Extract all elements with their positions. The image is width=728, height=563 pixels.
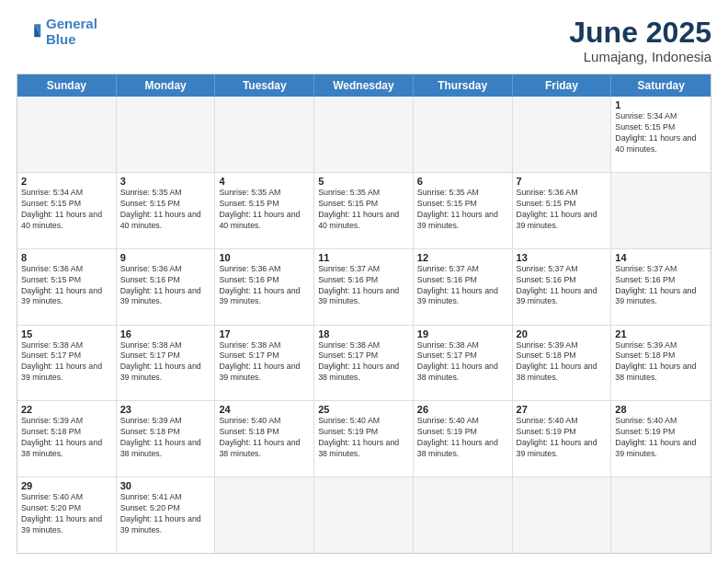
cal-cell-1-7: 1Sunrise: 5:34 AM Sunset: 5:15 PM Daylig… — [611, 97, 711, 172]
cal-cell-5-4: 25Sunrise: 5:40 AM Sunset: 5:19 PM Dayli… — [314, 401, 414, 477]
day-info: Sunrise: 5:40 AM Sunset: 5:18 PM Dayligh… — [219, 416, 310, 460]
day-info: Sunrise: 5:37 AM Sunset: 5:16 PM Dayligh… — [517, 264, 608, 308]
cal-cell-6-5 — [414, 477, 513, 553]
day-number: 23 — [120, 404, 211, 415]
header-saturday: Saturday — [611, 75, 711, 97]
day-number: 22 — [21, 404, 112, 415]
cal-cell-3-3: 10Sunrise: 5:36 AM Sunset: 5:16 PM Dayli… — [215, 249, 314, 325]
day-info: Sunrise: 5:37 AM Sunset: 5:16 PM Dayligh… — [417, 264, 508, 308]
cal-cell-1-4 — [314, 97, 414, 172]
day-info: Sunrise: 5:38 AM Sunset: 5:17 PM Dayligh… — [417, 340, 508, 385]
cal-cell-4-4: 18Sunrise: 5:38 AM Sunset: 5:17 PM Dayli… — [314, 326, 414, 401]
day-number: 30 — [120, 480, 211, 491]
day-number: 10 — [219, 252, 310, 263]
day-number: 12 — [417, 252, 508, 263]
cal-cell-2-5: 6Sunrise: 5:35 AM Sunset: 5:15 PM Daylig… — [414, 173, 513, 248]
cal-cell-1-5 — [414, 97, 513, 172]
logo-icon — [17, 19, 42, 45]
cal-cell-3-6: 13Sunrise: 5:37 AM Sunset: 5:16 PM Dayli… — [513, 249, 612, 325]
cal-cell-5-7: 28Sunrise: 5:40 AM Sunset: 5:19 PM Dayli… — [611, 401, 711, 477]
cal-cell-3-2: 9Sunrise: 5:36 AM Sunset: 5:16 PM Daylig… — [117, 249, 216, 325]
day-number: 13 — [517, 252, 608, 263]
day-info: Sunrise: 5:40 AM Sunset: 5:20 PM Dayligh… — [21, 492, 112, 536]
cal-cell-6-2: 30Sunrise: 5:41 AM Sunset: 5:20 PM Dayli… — [117, 477, 216, 553]
day-info: Sunrise: 5:36 AM Sunset: 5:16 PM Dayligh… — [219, 264, 310, 308]
day-number: 24 — [219, 404, 310, 415]
cal-cell-1-6 — [513, 97, 612, 172]
cal-cell-2-7 — [611, 173, 711, 248]
cal-cell-6-7 — [611, 477, 711, 553]
header-wednesday: Wednesday — [314, 75, 414, 97]
cal-cell-6-3 — [215, 477, 314, 553]
cal-cell-2-4: 5Sunrise: 5:35 AM Sunset: 5:15 PM Daylig… — [314, 173, 414, 248]
day-number: 26 — [417, 404, 508, 415]
day-number: 8 — [21, 252, 112, 263]
cal-cell-4-2: 16Sunrise: 5:38 AM Sunset: 5:17 PM Dayli… — [117, 326, 216, 401]
cal-cell-1-3 — [215, 97, 314, 172]
cal-cell-6-6 — [513, 477, 612, 553]
calendar-header: Sunday Monday Tuesday Wednesday Thursday… — [17, 75, 711, 97]
cal-cell-5-3: 24Sunrise: 5:40 AM Sunset: 5:18 PM Dayli… — [215, 401, 314, 477]
day-number: 17 — [219, 328, 310, 339]
header: General Blue June 2025 Lumajang, Indones… — [17, 17, 711, 64]
day-number: 15 — [21, 328, 112, 339]
day-info: Sunrise: 5:40 AM Sunset: 5:19 PM Dayligh… — [615, 416, 707, 460]
calendar-body: 1Sunrise: 5:34 AM Sunset: 5:15 PM Daylig… — [17, 97, 711, 553]
cal-cell-5-5: 26Sunrise: 5:40 AM Sunset: 5:19 PM Dayli… — [414, 401, 513, 477]
cal-cell-2-3: 4Sunrise: 5:35 AM Sunset: 5:15 PM Daylig… — [215, 173, 314, 248]
day-info: Sunrise: 5:36 AM Sunset: 5:15 PM Dayligh… — [21, 264, 112, 308]
day-info: Sunrise: 5:38 AM Sunset: 5:17 PM Dayligh… — [219, 340, 310, 385]
calendar-title: June 2025 — [569, 17, 711, 49]
day-info: Sunrise: 5:40 AM Sunset: 5:19 PM Dayligh… — [318, 416, 409, 460]
day-info: Sunrise: 5:38 AM Sunset: 5:17 PM Dayligh… — [318, 340, 409, 385]
header-sunday: Sunday — [17, 75, 117, 97]
cal-cell-3-5: 12Sunrise: 5:37 AM Sunset: 5:16 PM Dayli… — [414, 249, 513, 325]
day-info: Sunrise: 5:35 AM Sunset: 5:15 PM Dayligh… — [417, 188, 508, 232]
day-number: 9 — [120, 252, 211, 263]
day-info: Sunrise: 5:41 AM Sunset: 5:20 PM Dayligh… — [120, 492, 211, 536]
logo-line2: Blue — [46, 31, 76, 47]
day-number: 7 — [517, 176, 608, 187]
day-number: 18 — [318, 328, 409, 339]
day-number: 16 — [120, 328, 211, 339]
cal-cell-4-6: 20Sunrise: 5:39 AM Sunset: 5:18 PM Dayli… — [513, 326, 612, 401]
cal-cell-1-2 — [117, 97, 216, 172]
day-info: Sunrise: 5:34 AM Sunset: 5:15 PM Dayligh… — [615, 111, 707, 155]
day-number: 2 — [21, 176, 112, 187]
cal-cell-4-1: 15Sunrise: 5:38 AM Sunset: 5:17 PM Dayli… — [17, 326, 117, 401]
logo-line1: General — [46, 16, 97, 31]
day-number: 11 — [318, 252, 409, 263]
calendar: Sunday Monday Tuesday Wednesday Thursday… — [17, 74, 711, 554]
day-number: 28 — [615, 404, 707, 415]
day-number: 21 — [615, 328, 707, 339]
cal-cell-3-4: 11Sunrise: 5:37 AM Sunset: 5:16 PM Dayli… — [314, 249, 414, 325]
day-info: Sunrise: 5:36 AM Sunset: 5:15 PM Dayligh… — [517, 188, 608, 232]
title-block: June 2025 Lumajang, Indonesia — [569, 17, 711, 64]
cal-cell-5-1: 22Sunrise: 5:39 AM Sunset: 5:18 PM Dayli… — [17, 401, 117, 477]
week-row-1: 1Sunrise: 5:34 AM Sunset: 5:15 PM Daylig… — [17, 97, 711, 172]
day-number: 27 — [517, 404, 608, 415]
cal-cell-4-3: 17Sunrise: 5:38 AM Sunset: 5:17 PM Dayli… — [215, 326, 314, 401]
week-row-4: 15Sunrise: 5:38 AM Sunset: 5:17 PM Dayli… — [17, 325, 711, 401]
header-friday: Friday — [513, 75, 612, 97]
cal-cell-4-5: 19Sunrise: 5:38 AM Sunset: 5:17 PM Dayli… — [414, 326, 513, 401]
day-number: 19 — [417, 328, 508, 339]
day-info: Sunrise: 5:38 AM Sunset: 5:17 PM Dayligh… — [21, 340, 112, 385]
day-number: 14 — [615, 252, 707, 263]
day-info: Sunrise: 5:37 AM Sunset: 5:16 PM Dayligh… — [615, 264, 707, 308]
day-info: Sunrise: 5:39 AM Sunset: 5:18 PM Dayligh… — [21, 416, 112, 460]
cal-cell-3-1: 8Sunrise: 5:36 AM Sunset: 5:15 PM Daylig… — [17, 249, 117, 325]
day-info: Sunrise: 5:37 AM Sunset: 5:16 PM Dayligh… — [318, 264, 409, 308]
week-row-2: 2Sunrise: 5:34 AM Sunset: 5:15 PM Daylig… — [17, 172, 711, 248]
day-number: 1 — [615, 99, 707, 110]
cal-cell-2-6: 7Sunrise: 5:36 AM Sunset: 5:15 PM Daylig… — [513, 173, 612, 248]
cal-cell-2-1: 2Sunrise: 5:34 AM Sunset: 5:15 PM Daylig… — [17, 173, 117, 248]
header-tuesday: Tuesday — [215, 75, 314, 97]
day-number: 20 — [517, 328, 608, 339]
page: General Blue June 2025 Lumajang, Indones… — [0, 0, 728, 563]
day-info: Sunrise: 5:35 AM Sunset: 5:15 PM Dayligh… — [219, 188, 310, 232]
day-info: Sunrise: 5:39 AM Sunset: 5:18 PM Dayligh… — [120, 416, 211, 460]
day-info: Sunrise: 5:34 AM Sunset: 5:15 PM Dayligh… — [21, 188, 112, 232]
header-thursday: Thursday — [414, 75, 513, 97]
cal-cell-5-2: 23Sunrise: 5:39 AM Sunset: 5:18 PM Dayli… — [117, 401, 216, 477]
